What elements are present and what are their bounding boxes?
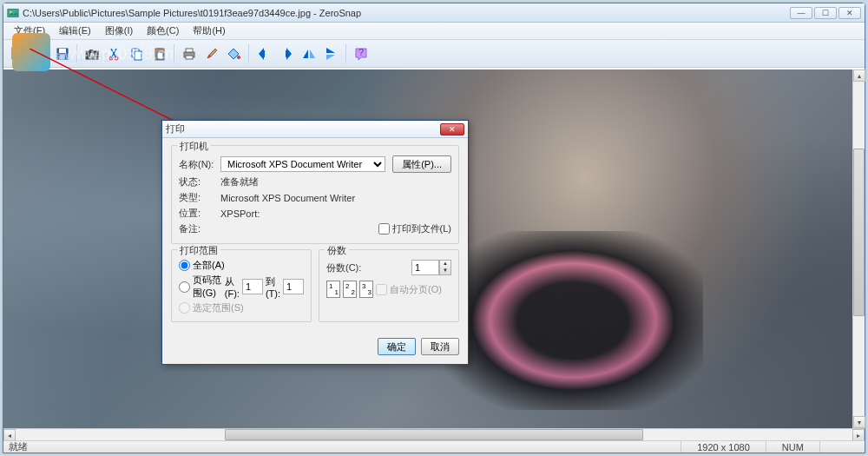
range-group-title: 打印范围	[177, 244, 220, 257]
range-pages-label: 页码范围(G)	[193, 274, 222, 300]
svg-rect-18	[186, 56, 193, 59]
close-button[interactable]: ✕	[838, 7, 861, 19]
status-numlock: NUM	[766, 441, 819, 453]
app-icon	[7, 7, 19, 19]
collate-checkbox: 自动分页(O)	[376, 283, 442, 296]
copies-input[interactable]	[411, 260, 439, 275]
svg-rect-17	[186, 49, 193, 52]
print-button[interactable]	[179, 43, 200, 64]
help-button[interactable]: ?	[351, 43, 372, 64]
printer-type-value: Microsoft XPS Document Writer	[220, 193, 451, 203]
minimize-button[interactable]: —	[790, 7, 812, 19]
printer-status-value: 准备就绪	[220, 175, 451, 188]
status-ready: 就绪	[9, 440, 28, 453]
vertical-scrollbar[interactable]: ▴ ▾	[852, 69, 865, 428]
scroll-track[interactable]	[853, 82, 865, 416]
range-pages-radio[interactable]	[179, 281, 190, 293]
status-empty	[819, 441, 859, 453]
maximize-button[interactable]: ☐	[814, 7, 837, 19]
print-dialog: 打印 ✕ 打印机 名称(N): Microsoft XPS Document W…	[161, 120, 469, 365]
flip-v-button[interactable]	[321, 43, 342, 64]
printer-name-select[interactable]: Microsoft XPS Document Writer	[220, 156, 385, 172]
rotate-right-button[interactable]	[276, 43, 297, 64]
to-input[interactable]	[283, 279, 304, 294]
menu-color[interactable]: 颜色(C)	[140, 23, 186, 39]
titlebar: C:\Users\Public\Pictures\Sample Pictures…	[3, 3, 865, 23]
scroll-thumb[interactable]	[225, 429, 643, 440]
printer-where-label: 位置:	[179, 207, 220, 220]
menubar: 文件(F) 编辑(E) 图像(I) 颜色(C) 帮助(H)	[3, 23, 865, 40]
fill-button[interactable]	[224, 43, 245, 64]
print-to-file-checkbox[interactable]: 打印到文件(L)	[378, 222, 451, 235]
printer-where-value: XPSPort:	[220, 208, 451, 219]
printer-type-label: 类型:	[179, 191, 220, 204]
from-label: 从(F):	[225, 275, 240, 299]
svg-text:?: ?	[358, 47, 364, 57]
to-label: 到(T):	[266, 275, 280, 299]
dialog-body: 打印机 名称(N): Microsoft XPS Document Writer…	[162, 138, 468, 334]
scroll-thumb[interactable]	[853, 149, 865, 316]
printer-group: 打印机 名称(N): Microsoft XPS Document Writer…	[171, 145, 459, 244]
printer-properties-button[interactable]: 属性(P)...	[392, 155, 451, 173]
printer-name-label: 名称(N):	[179, 158, 220, 171]
scroll-track[interactable]	[16, 429, 852, 440]
window-controls: — ☐ ✕	[790, 7, 861, 19]
rotate-left-button[interactable]	[253, 43, 274, 64]
printer-status-label: 状态:	[179, 175, 220, 188]
print-range-group: 打印范围 全部(A) 页码范围(G) 从(F): 到(T): 选定范围(S)	[171, 249, 312, 322]
from-input[interactable]	[242, 279, 263, 294]
range-all-radio[interactable]: 全部(A)	[179, 259, 304, 272]
dialog-title: 打印	[166, 122, 440, 135]
dialog-close-button[interactable]: ✕	[440, 123, 464, 135]
watermark-logo-icon	[12, 33, 50, 71]
scroll-right-icon[interactable]: ▸	[852, 429, 865, 441]
copies-label: 份数(C):	[326, 261, 361, 274]
scroll-down-icon[interactable]: ▾	[853, 416, 865, 428]
dialog-titlebar: 打印 ✕	[162, 121, 468, 138]
statusbar: 就绪 1920 x 1080 NUM	[3, 440, 865, 453]
scroll-up-icon[interactable]: ▴	[853, 69, 865, 82]
copies-group-title: 份数	[325, 244, 349, 257]
menu-help[interactable]: 帮助(H)	[186, 23, 232, 39]
horizontal-scrollbar[interactable]: ◂ ▸	[3, 428, 865, 440]
dialog-footer: 确定 取消	[162, 334, 468, 364]
cancel-button[interactable]: 取消	[421, 338, 459, 355]
window-title: C:\Users\Public\Pictures\Sample Pictures…	[23, 8, 790, 18]
watermark-url: www.pc0359.cn	[64, 45, 174, 63]
toolbar-separator	[248, 44, 250, 63]
svg-point-19	[237, 56, 240, 59]
printer-group-title: 打印机	[177, 140, 211, 153]
collate-page-icon: 1	[326, 281, 340, 298]
range-selection-radio: 选定范围(S)	[179, 301, 304, 314]
brush-button[interactable]	[201, 43, 222, 64]
toolbar-separator	[174, 44, 175, 63]
toolbar-separator	[345, 44, 347, 63]
spin-down-icon[interactable]: ▼	[440, 268, 450, 274]
collate-page-icon: 3	[359, 281, 373, 298]
copies-spinner[interactable]: ▲ ▼	[439, 260, 451, 275]
copies-group: 份数 份数(C): ▲ ▼ 1 2 3 自动分页(O)	[319, 249, 459, 322]
ok-button[interactable]: 确定	[378, 338, 416, 355]
collate-page-icon: 2	[343, 281, 357, 298]
printer-comment-label: 备注:	[179, 222, 220, 235]
status-dimensions: 1920 x 1080	[681, 441, 766, 453]
spin-up-icon[interactable]: ▲	[440, 261, 450, 268]
flip-h-button[interactable]	[299, 43, 319, 64]
scroll-left-icon[interactable]: ◂	[3, 429, 16, 441]
